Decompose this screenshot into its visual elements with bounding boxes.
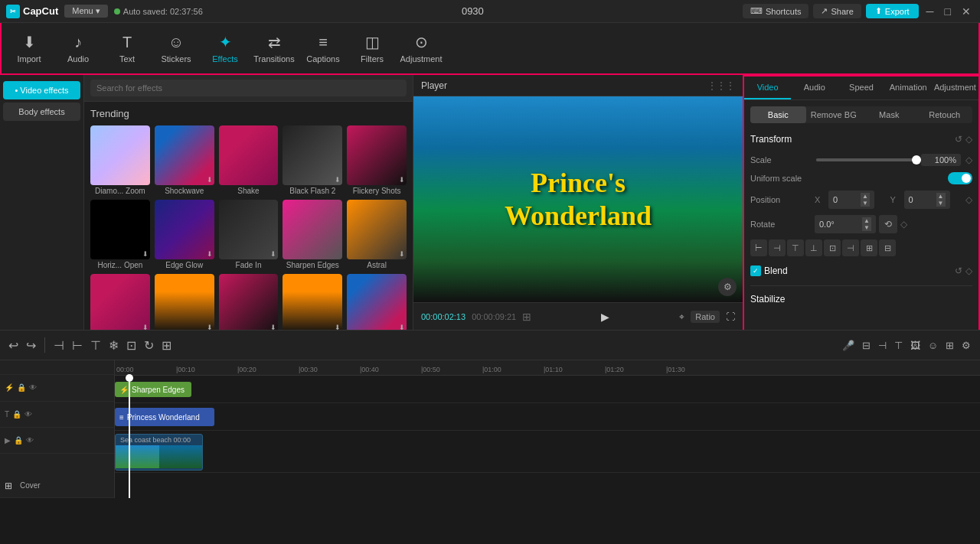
toolbar-effects[interactable]: ✦ Effects <box>201 24 250 73</box>
blend-diamond-button[interactable]: ◇ <box>965 265 972 276</box>
align-top-button[interactable]: ⊥ <box>805 239 822 256</box>
subtab-basic[interactable]: Basic <box>750 106 806 123</box>
tl-crop-btn[interactable]: ⊡ <box>124 338 139 353</box>
list-item[interactable]: ⬇ Flickery Shots <box>347 125 407 195</box>
tl-freeze-btn[interactable]: ❄ <box>106 338 121 353</box>
close-button[interactable]: ✕ <box>959 5 974 18</box>
list-item[interactable]: Sharpen Edges <box>283 200 342 269</box>
x-down[interactable]: ▼ <box>861 200 870 207</box>
effects-lock-icon[interactable]: 🔒 <box>17 383 26 392</box>
tab-video[interactable]: Video <box>744 77 791 99</box>
tab-adjustment[interactable]: Adjustment <box>932 77 978 99</box>
subtab-mask[interactable]: Mask <box>861 106 917 123</box>
toolbar-text[interactable]: T Text <box>103 24 152 73</box>
toolbar-audio[interactable]: ♪ Audio <box>54 24 103 73</box>
rotate-down[interactable]: ▼ <box>862 224 871 231</box>
scale-value[interactable]: 100% <box>921 154 961 166</box>
toolbar-adjustment[interactable]: ⊙ Adjustment <box>397 24 446 73</box>
video-lock-icon[interactable]: 🔒 <box>14 436 23 445</box>
position-x-input[interactable]: 0 ▲ ▼ <box>828 191 874 209</box>
effects-clip[interactable]: ⚡ Sharpen Edges <box>115 382 191 397</box>
tl-delete-btn[interactable]: ⊢ <box>70 338 85 353</box>
menu-button[interactable]: Menu ▾ <box>64 5 108 18</box>
blend-section-header[interactable]: ✓ Blend ↺ ◇ <box>750 262 972 279</box>
align-center-h-button[interactable]: ⊣ <box>769 239 786 256</box>
video-eye-icon[interactable]: 👁 <box>26 436 34 445</box>
list-item[interactable]: Diamo... Zoom <box>90 125 150 195</box>
tl-trim-btn[interactable]: ⊤ <box>88 338 103 353</box>
y-up[interactable]: ▲ <box>936 193 946 200</box>
tl-mic-btn[interactable]: 🎤 <box>839 340 858 351</box>
toolbar-transitions[interactable]: ⇄ Transitions <box>250 24 299 73</box>
tl-undo-btn[interactable]: ↩ <box>6 338 21 353</box>
player-menu-icon[interactable]: ⋮⋮⋮ <box>707 80 735 91</box>
align-left-button[interactable]: ⊢ <box>750 239 767 256</box>
scale-diamond-button[interactable]: ◇ <box>965 155 972 165</box>
ratio-button[interactable]: Ratio <box>691 311 720 323</box>
share-button[interactable]: ↗ Share <box>813 4 861 18</box>
rotate-up[interactable]: ▲ <box>862 217 871 224</box>
crop-button[interactable]: ⌖ <box>679 311 684 322</box>
effects-search-input[interactable] <box>90 80 407 96</box>
tl-split-btn[interactable]: ⊣ <box>51 338 67 353</box>
blend-checkbox[interactable]: ✓ <box>750 265 761 276</box>
subtab-retouch[interactable]: Retouch <box>917 106 973 123</box>
player-settings-icon[interactable]: ⚙ <box>718 278 737 296</box>
flip-button[interactable]: ⟲ <box>879 215 897 233</box>
body-effects-button[interactable]: Body effects <box>3 103 80 121</box>
subtab-removebg[interactable]: Remove BG <box>806 106 862 123</box>
position-diamond-button[interactable]: ◇ <box>965 194 972 205</box>
transform-diamond-button[interactable]: ◇ <box>965 134 972 145</box>
tl-mirror-btn[interactable]: ⊞ <box>159 338 174 353</box>
rotate-input[interactable]: 0.0° ▲ ▼ <box>815 215 876 233</box>
toolbar-stickers[interactable]: ☺ Stickers <box>152 24 201 73</box>
play-button[interactable]: ▶ <box>601 311 609 323</box>
list-item[interactable]: ⬇ Black Flash 2 <box>283 125 342 195</box>
tl-settings-btn[interactable]: ⚙ <box>959 340 974 351</box>
list-item[interactable]: ⬇ Fade In <box>219 200 279 269</box>
align-right-button[interactable]: ⊤ <box>787 239 804 256</box>
list-item[interactable]: ⬇ Astral <box>347 200 407 269</box>
timeline-playhead[interactable] <box>129 376 130 498</box>
scale-slider[interactable] <box>816 158 916 161</box>
toolbar-filters[interactable]: ◫ Filters <box>348 24 397 73</box>
fullscreen-button[interactable]: ⛶ <box>726 311 735 322</box>
rotate-diamond-button[interactable]: ◇ <box>900 219 907 230</box>
list-item[interactable]: ⬇ Effect 15 <box>347 274 407 330</box>
align-distribute-h-button[interactable]: ⊞ <box>861 239 877 256</box>
tl-img-btn[interactable]: 🖼 <box>907 340 923 351</box>
align-distribute-v-button[interactable]: ⊟ <box>879 239 896 256</box>
list-item[interactable]: ⬇ Effect 11 <box>90 274 150 330</box>
tl-emotion-btn[interactable]: ☺ <box>925 340 941 351</box>
timeline-list-icon[interactable]: ⊞ <box>522 311 531 323</box>
transform-reset-button[interactable]: ↺ <box>955 134 962 145</box>
tl-link-btn[interactable]: ⊟ <box>859 340 874 351</box>
y-down[interactable]: ▼ <box>936 200 946 207</box>
video-effects-button[interactable]: • Video effects <box>3 81 80 99</box>
transform-section-header[interactable]: Transform ↺ ◇ <box>750 131 972 148</box>
list-item[interactable]: ⬇ Effect 14 <box>283 274 342 330</box>
list-item[interactable]: ⬇ Horiz... Open <box>90 200 150 269</box>
position-y-input[interactable]: 0 ▲ ▼ <box>904 191 950 209</box>
list-item[interactable]: ⬇ Effect 13 <box>219 274 279 330</box>
toolbar-captions[interactable]: ≡ Captions <box>299 24 348 73</box>
list-item[interactable]: ⬇ Shockwave <box>155 125 214 195</box>
tl-pip-btn[interactable]: ⊞ <box>942 340 957 351</box>
tl-redo-btn[interactable]: ↪ <box>24 338 38 353</box>
tl-track-btn[interactable]: ⊤ <box>891 340 906 351</box>
x-up[interactable]: ▲ <box>861 193 870 200</box>
toolbar-import[interactable]: ⬇ Import <box>5 24 54 73</box>
tl-split2-btn[interactable]: ⊣ <box>875 340 890 351</box>
tab-animation[interactable]: Animation <box>885 77 932 99</box>
uniform-scale-toggle[interactable] <box>948 172 972 184</box>
align-bottom-button[interactable]: ⊣ <box>842 239 859 256</box>
tab-speed[interactable]: Speed <box>838 77 884 99</box>
tl-rotate-btn[interactable]: ↻ <box>142 338 156 353</box>
shortcuts-button[interactable]: ⌨ Shortcuts <box>743 4 808 18</box>
export-button[interactable]: ⬆ Export <box>866 4 919 18</box>
list-item[interactable]: ⬇ Edge Glow <box>155 200 214 269</box>
align-center-v-button[interactable]: ⊡ <box>824 239 841 256</box>
tab-audio[interactable]: Audio <box>791 77 838 99</box>
blend-reset-button[interactable]: ↺ <box>955 265 962 276</box>
effects-eye-icon[interactable]: 👁 <box>29 383 37 392</box>
